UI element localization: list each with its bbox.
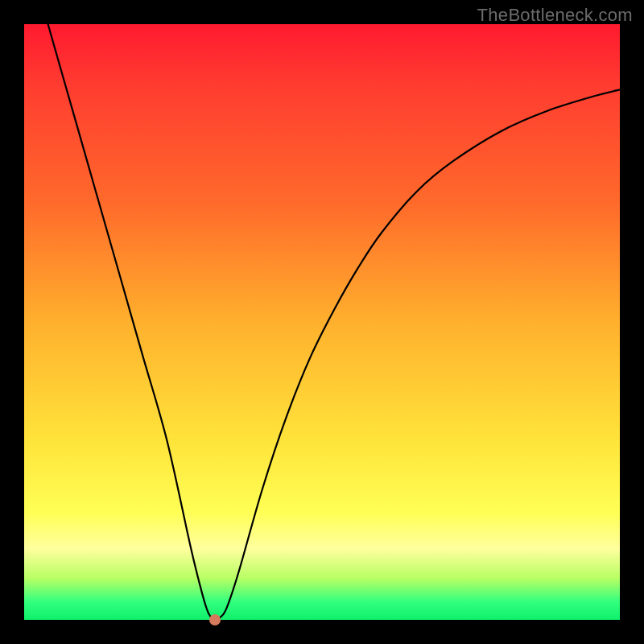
plot-area	[24, 24, 620, 620]
optimum-marker-dot	[209, 614, 221, 625]
chart-frame: TheBottleneck.com	[0, 0, 644, 644]
bottleneck-curve	[24, 24, 620, 620]
watermark-text: TheBottleneck.com	[477, 5, 633, 26]
